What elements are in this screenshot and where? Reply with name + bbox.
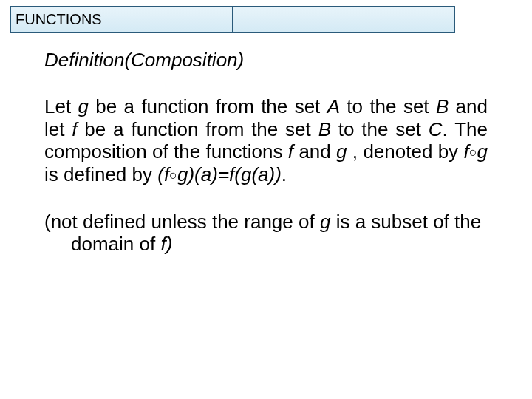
var-f: f: [288, 140, 293, 163]
header-right-cell: [233, 6, 455, 33]
var-g: g: [336, 140, 347, 163]
var-g: g: [320, 211, 330, 233]
var-f: f: [463, 140, 468, 163]
def-text: , denoted by: [347, 140, 464, 163]
set-A: A: [327, 95, 340, 117]
header-left-cell: FUNCTIONS: [10, 6, 233, 33]
header-title: FUNCTIONS: [16, 11, 102, 28]
header-bar: FUNCTIONS: [10, 6, 455, 33]
def-text: be a function from the set: [78, 118, 318, 140]
def-text: be a function from the set: [89, 95, 327, 117]
slide-content: Definition(Composition) Let g be a funct…: [44, 49, 488, 255]
def-text: Let: [44, 95, 78, 117]
set-C: C: [429, 118, 443, 140]
var-f: f): [160, 233, 172, 255]
definition-note: (not defined unless the range of g is a …: [44, 211, 488, 256]
def-text: and: [293, 140, 336, 163]
var-g: g: [477, 140, 488, 163]
var-f: f: [72, 118, 77, 140]
note-text: (not defined unless the range of: [44, 211, 320, 233]
definition-heading: Definition(Composition): [44, 49, 488, 72]
def-text: to the set: [331, 118, 429, 140]
set-B: B: [318, 118, 331, 140]
compose-op-icon: ○: [169, 168, 177, 183]
def-text: to the set: [340, 95, 436, 117]
def-text: is defined by: [44, 163, 157, 185]
formula-left: (f: [157, 163, 169, 185]
definition-body: Let g be a function from the set A to th…: [44, 95, 488, 186]
var-g: g: [78, 95, 89, 117]
set-B: B: [436, 95, 449, 117]
compose-op-icon: ○: [469, 145, 477, 160]
def-text: .: [282, 163, 287, 185]
formula-right: g)(a)=f(g(a)): [177, 163, 282, 185]
